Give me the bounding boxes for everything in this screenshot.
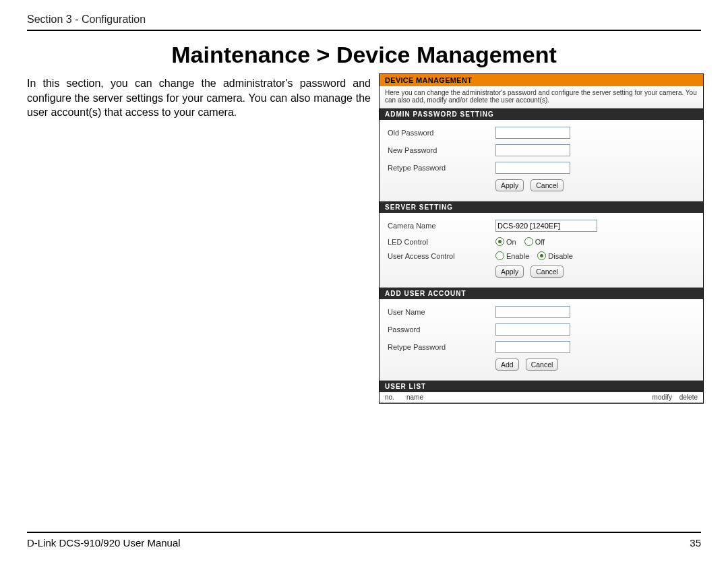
led-on-radio[interactable]: On xyxy=(495,237,516,246)
panel-header: Device Management xyxy=(380,74,703,86)
server-apply-button[interactable]: Apply xyxy=(495,266,524,278)
admin-password-section: Old Password New Password Retype Passwor… xyxy=(380,120,703,201)
retype-password-label: Retype Password xyxy=(388,164,495,172)
uac-enable-label: Enable xyxy=(506,252,529,260)
uac-disable-radio[interactable]: Disable xyxy=(537,251,573,260)
user-list-header: User List xyxy=(380,381,703,392)
led-control-label: LED Control xyxy=(388,238,495,246)
user-retype-input[interactable] xyxy=(495,341,570,353)
user-name-label: User Name xyxy=(388,308,495,316)
device-management-panel: Device Management Here you can change th… xyxy=(379,73,704,404)
server-setting-section: Camera Name LED Control On Off xyxy=(380,213,703,288)
footer-manual: D-Link DCS-910/920 User Manual xyxy=(27,537,181,549)
old-password-label: Old Password xyxy=(388,129,495,137)
add-user-header: Add User Account xyxy=(380,288,703,299)
user-name-input[interactable] xyxy=(495,306,570,318)
radio-icon xyxy=(524,237,533,246)
user-password-label: Password xyxy=(388,325,495,334)
user-list-columns: no. name modify delete xyxy=(380,392,703,403)
add-user-section: User Name Password Retype Password Add C… xyxy=(380,299,703,381)
col-delete: delete xyxy=(675,394,698,401)
radio-icon xyxy=(537,251,546,260)
new-password-label: New Password xyxy=(388,146,495,154)
panel-note: Here you can change the administrator's … xyxy=(380,86,703,108)
led-on-label: On xyxy=(506,238,516,246)
user-retype-label: Retype Password xyxy=(388,343,495,351)
col-no: no. xyxy=(385,394,406,401)
server-cancel-button[interactable]: Cancel xyxy=(530,266,564,278)
admin-password-header: Admin Password Setting xyxy=(380,108,703,120)
old-password-input[interactable] xyxy=(495,127,570,139)
uac-enable-radio[interactable]: Enable xyxy=(495,251,529,260)
add-user-cancel-button[interactable]: Cancel xyxy=(526,358,559,371)
camera-name-label: Camera Name xyxy=(388,222,495,230)
page-title: Maintenance > Device Management xyxy=(27,42,701,68)
add-user-button[interactable]: Add xyxy=(495,358,519,371)
retype-password-input[interactable] xyxy=(495,162,570,174)
intro-paragraph: In this section, you can change the admi… xyxy=(27,76,371,120)
camera-name-input[interactable] xyxy=(495,220,597,232)
uac-disable-label: Disable xyxy=(548,252,573,260)
radio-icon xyxy=(495,251,504,260)
col-modify: modify xyxy=(646,394,672,401)
user-password-input[interactable] xyxy=(495,323,570,336)
admin-cancel-button[interactable]: Cancel xyxy=(530,179,564,191)
new-password-input[interactable] xyxy=(495,144,570,156)
section-header: Section 3 - Configuration xyxy=(27,13,701,31)
footer-page-number: 35 xyxy=(690,537,701,549)
led-off-label: Off xyxy=(535,238,545,246)
uac-label: User Access Control xyxy=(388,252,495,260)
col-name: name xyxy=(406,394,646,401)
led-off-radio[interactable]: Off xyxy=(524,237,545,246)
radio-icon xyxy=(495,237,504,246)
server-setting-header: Server Setting xyxy=(380,201,703,213)
admin-apply-button[interactable]: Apply xyxy=(495,179,524,191)
